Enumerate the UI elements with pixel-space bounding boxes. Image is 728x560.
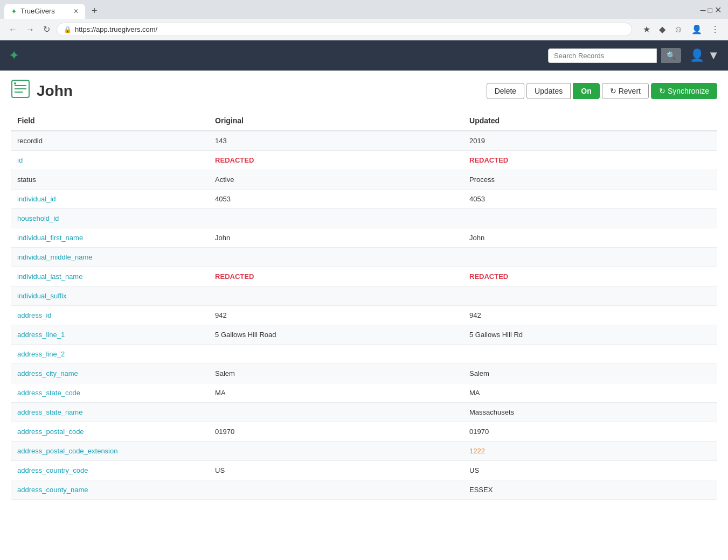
field-link[interactable]: individual_id: [17, 195, 56, 203]
field-link[interactable]: individual_last_name: [17, 272, 82, 281]
cell-original: Active: [209, 170, 463, 190]
cell-field: individual_middle_name: [11, 248, 209, 267]
table-row: address_country_codeUSUS: [11, 461, 717, 480]
cell-field: address_postal_code: [11, 422, 209, 442]
table-row: statusActiveProcess: [11, 170, 717, 190]
tab-close-button[interactable]: ✕: [73, 8, 79, 15]
cell-updated: Process: [463, 170, 717, 190]
cell-field: address_state_name: [11, 403, 209, 422]
field-link[interactable]: address_state_name: [17, 408, 82, 416]
profile-button[interactable]: 👤: [689, 22, 704, 37]
table-row: household_id: [11, 209, 717, 228]
cell-updated: John: [463, 228, 717, 248]
cell-updated: [463, 248, 717, 267]
col-header-updated: Updated: [463, 111, 717, 131]
url-display[interactable]: https://app.truegivers.com/: [75, 25, 625, 33]
app-header: ✦ 🔍 👤 ▼: [0, 40, 728, 71]
sync-icon: ↻: [659, 87, 665, 95]
browser-tab[interactable]: ✦ TrueGivers ✕: [4, 4, 85, 19]
cell-updated: REDACTED: [463, 151, 717, 170]
action-buttons: Delete Updates On ↻ Revert ↻ Synchronize: [487, 83, 717, 99]
search-button[interactable]: 🔍: [661, 48, 681, 63]
field-link[interactable]: address_line_2: [17, 350, 65, 358]
cell-original: 4053: [209, 190, 463, 209]
field-link[interactable]: individual_middle_name: [17, 253, 92, 261]
forward-button[interactable]: →: [24, 23, 37, 37]
page-title-area: John: [11, 79, 487, 102]
cell-original: [209, 345, 463, 364]
field-link[interactable]: address_postal_code: [17, 428, 84, 436]
cell-updated: US: [463, 461, 717, 480]
cell-updated: 01970: [463, 422, 717, 442]
cell-field: address_country_code: [11, 461, 209, 480]
cell-field: id: [11, 151, 209, 170]
search-input[interactable]: [554, 52, 651, 60]
search-box: [548, 48, 657, 63]
cell-updated: MA: [463, 383, 717, 403]
window-maximize-button[interactable]: □: [708, 6, 712, 15]
field-link[interactable]: address_line_1: [17, 331, 65, 339]
table-row: address_postal_code_extension1222: [11, 442, 717, 461]
tab-favicon: ✦: [11, 7, 17, 16]
tab-title: TrueGivers: [20, 7, 70, 15]
svg-point-4: [14, 82, 16, 85]
table-row: individual_id40534053: [11, 190, 717, 209]
table-row: address_city_nameSalemSalem: [11, 364, 717, 383]
page-record-icon: [11, 79, 30, 102]
window-close-button[interactable]: ✕: [715, 5, 722, 15]
field-link[interactable]: id: [17, 156, 23, 164]
synchronize-button[interactable]: ↻ Synchronize: [651, 83, 717, 99]
cell-field: address_line_1: [11, 325, 209, 345]
cell-original: 5 Gallows Hill Road: [209, 325, 463, 345]
data-table: Field Original Updated recordid1432019id…: [11, 111, 717, 500]
table-row: idREDACTEDREDACTED: [11, 151, 717, 170]
field-link[interactable]: individual_first_name: [17, 234, 83, 242]
cell-field: address_city_name: [11, 364, 209, 383]
cell-field: address_county_name: [11, 480, 209, 500]
reload-button[interactable]: ↻: [41, 22, 52, 37]
cell-updated: ESSEX: [463, 480, 717, 500]
cell-updated: [463, 345, 717, 364]
smiley-button[interactable]: ☺: [672, 23, 685, 37]
field-link[interactable]: address_country_code: [17, 466, 88, 474]
back-button[interactable]: ←: [6, 23, 19, 37]
cell-field: address_state_code: [11, 383, 209, 403]
field-link[interactable]: address_postal_code_extension: [17, 447, 117, 455]
cell-original: [209, 209, 463, 228]
field-link[interactable]: address_id: [17, 311, 52, 319]
user-menu-button[interactable]: 👤 ▼: [690, 48, 719, 62]
table-row: individual_middle_name: [11, 248, 717, 267]
cell-original: US: [209, 461, 463, 480]
menu-button[interactable]: ⋮: [709, 22, 722, 37]
cell-field: address_line_2: [11, 345, 209, 364]
col-header-field: Field: [11, 111, 209, 131]
updates-button[interactable]: Updates: [526, 83, 571, 99]
on-button[interactable]: On: [573, 83, 599, 99]
cell-original: [209, 403, 463, 422]
field-link[interactable]: individual_suffix: [17, 292, 67, 300]
delete-button[interactable]: Delete: [487, 83, 524, 99]
table-row: individual_first_nameJohnJohn: [11, 228, 717, 248]
cell-field: status: [11, 170, 209, 190]
field-link[interactable]: household_id: [17, 214, 59, 222]
field-link[interactable]: address_county_name: [17, 486, 88, 494]
extension-button[interactable]: ◆: [657, 22, 668, 37]
revert-button[interactable]: ↻ Revert: [602, 83, 649, 99]
table-header-row: Field Original Updated: [11, 111, 717, 131]
window-minimize-button[interactable]: –: [701, 4, 706, 16]
table-row: address_state_nameMassachusets: [11, 403, 717, 422]
new-tab-button[interactable]: +: [87, 3, 102, 19]
table-row: address_line_2: [11, 345, 717, 364]
cell-field: individual_last_name: [11, 267, 209, 286]
header-search-area: 🔍 👤 ▼: [548, 48, 719, 63]
cell-field: recordid: [11, 131, 209, 151]
table-row: address_county_nameESSEX: [11, 480, 717, 500]
field-link[interactable]: address_city_name: [17, 369, 78, 377]
cell-original: Salem: [209, 364, 463, 383]
cell-updated: 4053: [463, 190, 717, 209]
field-link[interactable]: address_state_code: [17, 389, 80, 397]
bookmark-button[interactable]: ★: [641, 22, 653, 37]
table-row: individual_last_nameREDACTEDREDACTED: [11, 267, 717, 286]
cell-updated: [463, 286, 717, 306]
cell-updated: 942: [463, 306, 717, 325]
